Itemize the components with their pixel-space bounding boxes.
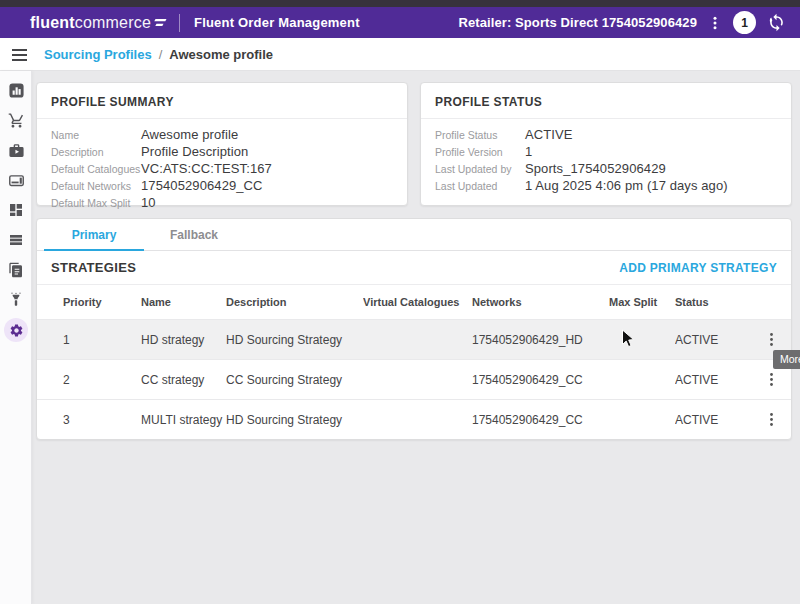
cell-description: HD Sourcing Strategy: [226, 413, 363, 427]
card-icon: [8, 172, 25, 189]
sidebar-item-utilities[interactable]: [0, 285, 32, 315]
field-value: 1754052906429_CC: [141, 178, 263, 193]
more-tooltip: More: [773, 350, 800, 369]
strategies-card: Primary Fallback STRATEGIES ADD PRIMARY …: [36, 218, 792, 440]
column-header-networks: Networks: [472, 296, 609, 308]
column-header-description: Description: [226, 296, 363, 308]
profile-summary-title: PROFILE SUMMARY: [37, 83, 407, 119]
sidebar-item-analytics[interactable]: [0, 75, 32, 105]
copy-icon: [8, 262, 24, 278]
settings-gear-icon: [9, 323, 24, 338]
sidebar-item-lists[interactable]: [0, 225, 32, 255]
briefcase-play-icon: [8, 142, 25, 159]
refresh-button[interactable]: [765, 11, 788, 34]
tab-primary[interactable]: Primary: [44, 219, 144, 250]
fluent-commerce-logo[interactable]: fluentcommerce: [30, 14, 167, 32]
tab-fallback[interactable]: Fallback: [144, 219, 244, 250]
active-item-highlight: [4, 318, 28, 342]
summary-field-default-catalogues: Default Catalogues VC:ATS:CC:TEST:167: [51, 161, 393, 178]
cell-description: CC Sourcing Strategy: [226, 373, 363, 387]
cell-description: HD Sourcing Strategy: [226, 333, 363, 347]
field-value: 10: [141, 195, 156, 210]
logo-text-bold: fluent: [30, 14, 75, 32]
field-label: Description: [51, 146, 141, 158]
kebab-icon: [765, 332, 778, 347]
summary-field-description: Description Profile Description: [51, 144, 393, 161]
app-window: fluentcommerce Fluent Order Management R…: [0, 0, 800, 604]
list-icon: [8, 232, 24, 248]
cell-networks: 1754052906429_CC: [472, 373, 609, 387]
header-divider: [179, 14, 180, 32]
field-value: 1: [525, 144, 532, 159]
sidebar-item-settings[interactable]: [0, 315, 32, 345]
strategy-row-cc[interactable]: 2 CC strategy CC Sourcing Strategy 17540…: [37, 359, 791, 399]
field-label: Last Updated by: [435, 163, 525, 175]
summary-field-name: Name Awesome profile: [51, 127, 393, 144]
logo-text-light: commerce: [75, 14, 151, 32]
torch-icon: [8, 292, 24, 308]
profile-status-title: PROFILE STATUS: [421, 83, 791, 119]
sidebar-item-catalogues[interactable]: [0, 255, 32, 285]
breadcrumb: Sourcing Profiles / Awesome profile: [44, 47, 273, 62]
status-field-profile-version: Profile Version 1: [435, 144, 777, 161]
field-value: Awesome profile: [141, 127, 238, 142]
column-header-max-split: Max Split: [609, 296, 675, 308]
cart-icon: [8, 112, 25, 129]
summary-field-default-networks: Default Networks 1754052906429_CC: [51, 178, 393, 195]
breadcrumb-current-page: Awesome profile: [169, 47, 273, 62]
header-kebab-menu-button[interactable]: [706, 13, 724, 33]
cell-networks: 1754052906429_HD: [472, 333, 609, 347]
strategies-table-header: Priority Name Description Virtual Catalo…: [37, 285, 791, 319]
refresh-sync-icon: [767, 13, 786, 32]
cell-name: CC strategy: [141, 373, 226, 387]
dashboard-icon: [8, 202, 24, 218]
field-label: Last Updated: [435, 180, 525, 192]
retailer-context-label: Retailer: Sports Direct 1754052906429: [458, 15, 697, 30]
strategies-title: STRATEGIES: [51, 260, 136, 275]
add-primary-strategy-button[interactable]: ADD PRIMARY STRATEGY: [619, 261, 777, 275]
top-navigation-bar: fluentcommerce Fluent Order Management R…: [0, 7, 800, 38]
sidebar-toggle-button[interactable]: [9, 46, 30, 67]
cell-status: ACTIVE: [675, 333, 747, 347]
cell-priority: 3: [63, 413, 141, 427]
status-field-profile-status: Profile Status ACTIVE: [435, 127, 777, 144]
breadcrumb-link-sourcing-profiles[interactable]: Sourcing Profiles: [44, 47, 152, 62]
cell-status: ACTIVE: [675, 373, 747, 387]
cell-status: ACTIVE: [675, 413, 747, 427]
strategy-row-multi[interactable]: 3 MULTI strategy HD Sourcing Strategy 17…: [37, 399, 791, 439]
field-value: 1 Aug 2025 4:06 pm (17 days ago): [525, 178, 728, 193]
notification-count-badge[interactable]: 1: [733, 11, 756, 34]
kebab-icon: [765, 412, 778, 427]
column-header-virtual-catalogues: Virtual Catalogues: [363, 296, 472, 308]
sidebar-item-fulfilment[interactable]: [0, 135, 32, 165]
strategy-row-hd[interactable]: 1 HD strategy HD Sourcing Strategy 17540…: [37, 319, 791, 359]
field-value: Profile Description: [141, 144, 248, 159]
field-label: Default Catalogues: [51, 163, 141, 175]
profile-summary-card: PROFILE SUMMARY Name Awesome profile Des…: [36, 82, 408, 206]
field-label: Profile Version: [435, 146, 525, 158]
sidebar-item-payments[interactable]: [0, 165, 32, 195]
cell-networks: 1754052906429_CC: [472, 413, 609, 427]
row-more-actions-button[interactable]: [762, 369, 781, 390]
kebab-icon: [708, 15, 722, 31]
sidebar-item-orders[interactable]: [0, 105, 32, 135]
cell-priority: 2: [63, 373, 141, 387]
hamburger-menu-icon: [11, 48, 28, 62]
row-more-actions-button[interactable]: [762, 409, 781, 430]
column-header-priority: Priority: [63, 296, 141, 308]
cell-name: HD strategy: [141, 333, 226, 347]
strategy-tabs: Primary Fallback: [37, 219, 791, 251]
field-value: ACTIVE: [525, 127, 573, 142]
sidebar-item-modules[interactable]: [0, 195, 32, 225]
status-field-last-updated-by: Last Updated by Sports_1754052906429: [435, 161, 777, 178]
row-more-actions-button[interactable]: [762, 329, 781, 350]
column-header-name: Name: [141, 296, 226, 308]
field-value: Sports_1754052906429: [525, 161, 666, 176]
breadcrumb-bar: Sourcing Profiles / Awesome profile: [0, 38, 800, 71]
cell-priority: 1: [63, 333, 141, 347]
field-label: Default Max Split: [51, 197, 141, 209]
left-sidebar: [0, 71, 32, 604]
column-header-status: Status: [675, 296, 747, 308]
summary-field-default-max-split: Default Max Split 10: [51, 195, 393, 212]
status-field-last-updated: Last Updated 1 Aug 2025 4:06 pm (17 days…: [435, 178, 777, 195]
